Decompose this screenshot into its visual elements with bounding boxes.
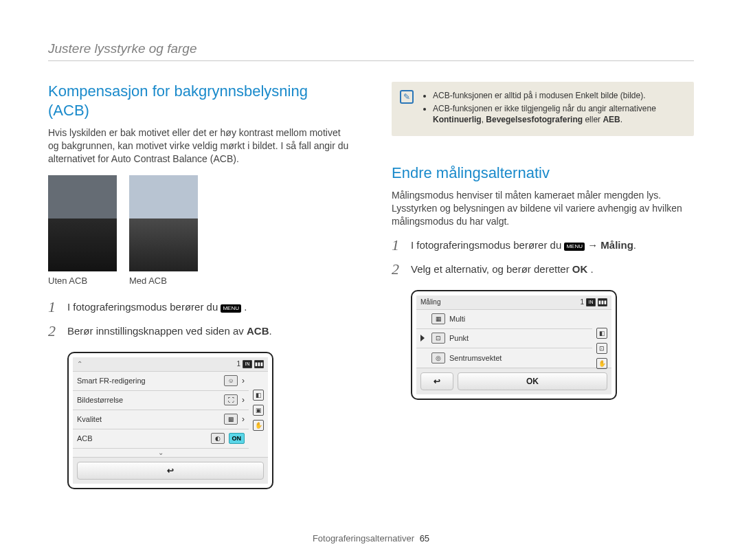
back-button[interactable]: ↩ bbox=[420, 372, 453, 390]
note-box: ✎ ACB-funksjonen er alltid på i modusen … bbox=[392, 82, 694, 136]
camera-menu-acb: ⌃ 1 IN ▮▮▮ ◧ ▣ ✋ Smart FR-redigering bbox=[67, 352, 273, 489]
menu-row-image-size[interactable]: Bildestørrelse ⛶ › bbox=[73, 391, 249, 410]
menu-row-quality[interactable]: Kvalitet ▩ › bbox=[73, 410, 249, 429]
section-title-acb: Kompensasjon for bakgrynnsbelysning (ACB… bbox=[48, 82, 350, 120]
caption-with-acb: Med ACB bbox=[129, 276, 198, 286]
menu-label: Multi bbox=[449, 315, 588, 323]
step-text: . bbox=[591, 263, 594, 275]
acb-steps: I fotograferingsmodus berører du MENU . … bbox=[48, 300, 350, 338]
side-icon-2: ⊡ bbox=[596, 343, 607, 354]
menu-icon: MENU bbox=[221, 304, 241, 313]
side-icon-3: ✋ bbox=[596, 358, 607, 369]
step-text: I fotograferingsmodus berører du bbox=[67, 301, 221, 313]
menu-label: Punkt bbox=[449, 334, 588, 342]
thumb-without-acb bbox=[48, 175, 117, 271]
menu-label: ACB bbox=[77, 434, 207, 443]
section-title-metering: Endre målingsalternativ bbox=[392, 164, 694, 183]
step-text: . bbox=[633, 239, 636, 251]
step-text: Velg et alternativ, og berør deretter bbox=[411, 263, 572, 275]
right-column: ✎ ACB-funksjonen er alltid på i modusen … bbox=[392, 82, 694, 489]
camera-menu-metering: Måling 1 IN ▮▮▮ ◧ ⊡ ✋ ▦ Multi bbox=[411, 290, 617, 400]
battery-icon: ▮▮▮ bbox=[254, 360, 264, 368]
back-button[interactable]: ↩ bbox=[77, 462, 264, 480]
acb-step-1: I fotograferingsmodus berører du MENU . bbox=[48, 300, 350, 314]
caption-without-acb: Uten ACB bbox=[48, 276, 117, 286]
metering-multi-icon: ▦ bbox=[431, 313, 445, 324]
thumb-with-acb bbox=[129, 175, 198, 271]
step-bold: Måling bbox=[600, 239, 633, 251]
ok-button[interactable]: OK bbox=[458, 372, 607, 390]
step-text: . bbox=[269, 325, 271, 337]
status-number: 1 bbox=[236, 360, 240, 368]
chevron-right-icon: › bbox=[242, 414, 245, 424]
metering-step-2: Velg et alternativ, og berør deretter OK… bbox=[392, 262, 694, 276]
menu-row-center[interactable]: ◎ Sentrumsvektet bbox=[416, 348, 592, 368]
step-text: . bbox=[244, 301, 247, 313]
metering-spot-icon: ⊡ bbox=[431, 333, 445, 344]
battery-icon: ▮▮▮ bbox=[598, 298, 607, 306]
side-icon-2: ▣ bbox=[253, 405, 264, 416]
menu-label: Sentrumsvektet bbox=[449, 354, 588, 362]
note-bullet-1: ACB-funksjonen er alltid på i modusen En… bbox=[433, 90, 684, 101]
metering-intro: Målingsmodus henviser til måten kameraet… bbox=[392, 189, 694, 228]
value-icon: ⛶ bbox=[224, 394, 238, 405]
value-icon: ◐ bbox=[211, 433, 225, 444]
page-number: 65 bbox=[420, 533, 429, 544]
page-footer: Fotograferingsalternativer 65 bbox=[0, 533, 742, 544]
left-column: Kompensasjon for bakgrynnsbelysning (ACB… bbox=[48, 82, 350, 489]
step-text: Berør innstillingsknappen ved siden av bbox=[67, 325, 247, 337]
note-icon: ✎ bbox=[400, 90, 414, 104]
menu-row-smart-fr[interactable]: Smart FR-redigering ☺ › bbox=[73, 372, 249, 391]
side-icon-1: ◧ bbox=[253, 390, 264, 401]
metering-step-1: I fotograferingsmodus berører du MENU → … bbox=[392, 238, 694, 252]
storage-icon: IN bbox=[586, 298, 596, 306]
note-bullet-2: ACB-funksjonen er ikke tilgjengelig når … bbox=[433, 103, 684, 125]
acb-step-2: Berør innstillingsknappen ved siden av A… bbox=[48, 324, 350, 338]
menu-label: Smart FR-redigering bbox=[77, 377, 220, 385]
status-number: 1 bbox=[580, 298, 584, 306]
step-bold: ACB bbox=[247, 325, 269, 337]
acb-on-toggle[interactable]: ON bbox=[229, 433, 245, 444]
scroll-up-icon: ⌃ bbox=[77, 360, 82, 368]
side-icon-1: ◧ bbox=[596, 328, 607, 339]
lcd-title: Måling bbox=[420, 298, 440, 306]
chevron-right-icon: › bbox=[242, 376, 245, 385]
page-header: Justere lysstyrke og farge bbox=[48, 41, 694, 61]
acb-intro: Hvis lyskilden er bak motivet eller det … bbox=[48, 126, 350, 166]
step-text: I fotograferingsmodus berører du bbox=[411, 239, 564, 251]
ok-icon: OK bbox=[572, 263, 588, 275]
metering-center-icon: ◎ bbox=[431, 352, 445, 363]
menu-row-acb[interactable]: ACB ◐ ON bbox=[73, 429, 249, 449]
menu-row-multi[interactable]: ▦ Multi bbox=[416, 310, 592, 329]
menu-icon: MENU bbox=[564, 243, 585, 251]
menu-label: Bildestørrelse bbox=[77, 396, 220, 404]
metering-steps: I fotograferingsmodus berører du MENU → … bbox=[392, 238, 694, 276]
menu-label: Kvalitet bbox=[77, 415, 220, 423]
step-text: → bbox=[587, 239, 600, 251]
selection-pointer-icon bbox=[420, 335, 425, 341]
footer-section: Fotograferingsalternativer bbox=[313, 533, 414, 544]
value-icon: ▩ bbox=[224, 414, 238, 425]
value-icon: ☺ bbox=[224, 375, 238, 386]
menu-row-punkt[interactable]: ⊡ Punkt bbox=[416, 329, 592, 348]
scroll-down-icon: ⌄ bbox=[73, 449, 249, 457]
storage-icon: IN bbox=[243, 360, 252, 368]
acb-compare: Uten ACB Med ACB bbox=[48, 175, 350, 286]
chevron-right-icon: › bbox=[242, 395, 245, 405]
side-icon-3: ✋ bbox=[253, 420, 264, 431]
